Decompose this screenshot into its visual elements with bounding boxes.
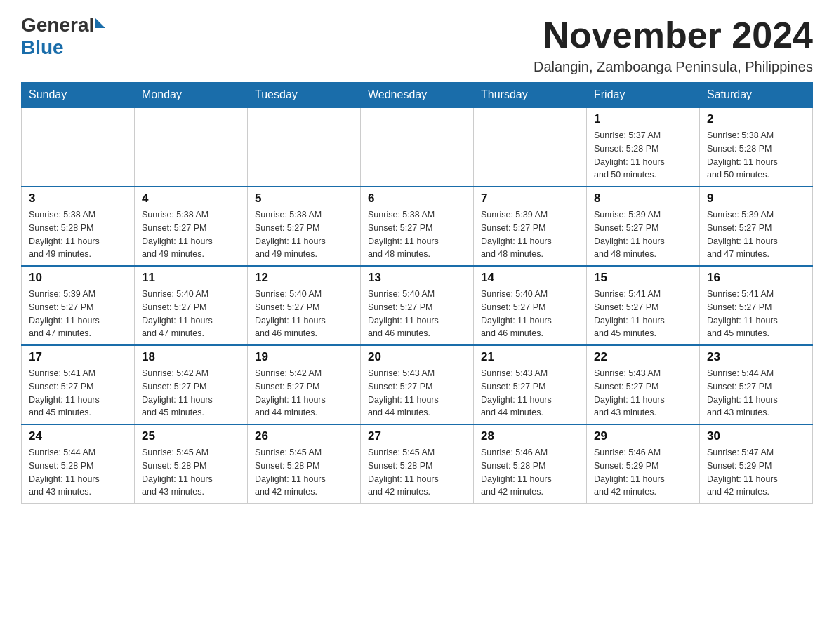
day-info: Sunrise: 5:43 AMSunset: 5:27 PMDaylight:…: [594, 367, 692, 420]
table-row: [22, 107, 135, 187]
table-row: 25Sunrise: 5:45 AMSunset: 5:28 PMDayligh…: [135, 424, 248, 504]
day-info: Sunrise: 5:41 AMSunset: 5:27 PMDaylight:…: [594, 288, 692, 340]
logo: General Blue: [21, 14, 105, 59]
table-row: 22Sunrise: 5:43 AMSunset: 5:27 PMDayligh…: [587, 345, 700, 424]
week-row-3: 10Sunrise: 5:39 AMSunset: 5:27 PMDayligh…: [22, 266, 813, 345]
table-row: 6Sunrise: 5:38 AMSunset: 5:27 PMDaylight…: [361, 187, 474, 266]
day-info: Sunrise: 5:44 AMSunset: 5:28 PMDaylight:…: [29, 446, 127, 499]
table-row: 4Sunrise: 5:38 AMSunset: 5:27 PMDaylight…: [135, 187, 248, 266]
table-row: [248, 107, 361, 187]
month-title: November 2024: [534, 14, 813, 56]
day-info: Sunrise: 5:45 AMSunset: 5:28 PMDaylight:…: [142, 446, 240, 499]
table-row: 27Sunrise: 5:45 AMSunset: 5:28 PMDayligh…: [361, 424, 474, 504]
day-number: 29: [594, 429, 692, 443]
day-info: Sunrise: 5:44 AMSunset: 5:27 PMDaylight:…: [707, 367, 805, 420]
day-number: 21: [481, 350, 579, 364]
day-info: Sunrise: 5:37 AMSunset: 5:28 PMDaylight:…: [594, 129, 692, 182]
day-info: Sunrise: 5:40 AMSunset: 5:27 PMDaylight:…: [368, 288, 466, 340]
day-number: 24: [29, 429, 127, 443]
day-info: Sunrise: 5:38 AMSunset: 5:27 PMDaylight:…: [368, 208, 466, 261]
day-number: 6: [368, 192, 466, 206]
day-info: Sunrise: 5:39 AMSunset: 5:27 PMDaylight:…: [594, 208, 692, 261]
table-row: [135, 107, 248, 187]
day-number: 12: [255, 271, 353, 285]
day-info: Sunrise: 5:39 AMSunset: 5:27 PMDaylight:…: [707, 208, 805, 261]
day-number: 15: [594, 271, 692, 285]
table-row: 23Sunrise: 5:44 AMSunset: 5:27 PMDayligh…: [700, 345, 813, 424]
table-row: 1Sunrise: 5:37 AMSunset: 5:28 PMDaylight…: [587, 107, 700, 187]
day-number: 7: [481, 192, 579, 206]
table-row: 29Sunrise: 5:46 AMSunset: 5:29 PMDayligh…: [587, 424, 700, 504]
day-number: 19: [255, 350, 353, 364]
day-number: 26: [255, 429, 353, 443]
calendar-header-row: Sunday Monday Tuesday Wednesday Thursday…: [22, 83, 813, 108]
day-info: Sunrise: 5:45 AMSunset: 5:28 PMDaylight:…: [255, 446, 353, 499]
week-row-4: 17Sunrise: 5:41 AMSunset: 5:27 PMDayligh…: [22, 345, 813, 424]
day-number: 5: [255, 192, 353, 206]
table-row: 20Sunrise: 5:43 AMSunset: 5:27 PMDayligh…: [361, 345, 474, 424]
col-thursday: Thursday: [474, 83, 587, 108]
logo-triangle-icon: [95, 18, 105, 28]
day-number: 17: [29, 350, 127, 364]
day-info: Sunrise: 5:47 AMSunset: 5:29 PMDaylight:…: [707, 446, 805, 499]
calendar-table: Sunday Monday Tuesday Wednesday Thursday…: [21, 82, 813, 504]
col-saturday: Saturday: [700, 83, 813, 108]
day-info: Sunrise: 5:41 AMSunset: 5:27 PMDaylight:…: [707, 288, 805, 340]
col-monday: Monday: [135, 83, 248, 108]
col-tuesday: Tuesday: [248, 83, 361, 108]
day-number: 8: [594, 192, 692, 206]
day-info: Sunrise: 5:43 AMSunset: 5:27 PMDaylight:…: [481, 367, 579, 420]
day-number: 25: [142, 429, 240, 443]
day-number: 20: [368, 350, 466, 364]
day-number: 28: [481, 429, 579, 443]
table-row: 15Sunrise: 5:41 AMSunset: 5:27 PMDayligh…: [587, 266, 700, 345]
day-info: Sunrise: 5:38 AMSunset: 5:28 PMDaylight:…: [707, 129, 805, 182]
day-info: Sunrise: 5:40 AMSunset: 5:27 PMDaylight:…: [142, 288, 240, 340]
table-row: 13Sunrise: 5:40 AMSunset: 5:27 PMDayligh…: [361, 266, 474, 345]
table-row: 14Sunrise: 5:40 AMSunset: 5:27 PMDayligh…: [474, 266, 587, 345]
title-section: November 2024 Dalangin, Zamboanga Penins…: [534, 14, 813, 75]
week-row-2: 3Sunrise: 5:38 AMSunset: 5:28 PMDaylight…: [22, 187, 813, 266]
table-row: 3Sunrise: 5:38 AMSunset: 5:28 PMDaylight…: [22, 187, 135, 266]
day-info: Sunrise: 5:38 AMSunset: 5:28 PMDaylight:…: [29, 208, 127, 261]
table-row: 21Sunrise: 5:43 AMSunset: 5:27 PMDayligh…: [474, 345, 587, 424]
logo-general-text: General: [21, 14, 94, 36]
day-number: 18: [142, 350, 240, 364]
table-row: 30Sunrise: 5:47 AMSunset: 5:29 PMDayligh…: [700, 424, 813, 504]
table-row: 11Sunrise: 5:40 AMSunset: 5:27 PMDayligh…: [135, 266, 248, 345]
table-row: 2Sunrise: 5:38 AMSunset: 5:28 PMDaylight…: [700, 107, 813, 187]
day-info: Sunrise: 5:42 AMSunset: 5:27 PMDaylight:…: [142, 367, 240, 420]
table-row: 24Sunrise: 5:44 AMSunset: 5:28 PMDayligh…: [22, 424, 135, 504]
day-info: Sunrise: 5:46 AMSunset: 5:28 PMDaylight:…: [481, 446, 579, 499]
day-number: 16: [707, 271, 805, 285]
day-info: Sunrise: 5:41 AMSunset: 5:27 PMDaylight:…: [29, 367, 127, 420]
table-row: [361, 107, 474, 187]
day-number: 14: [481, 271, 579, 285]
day-number: 13: [368, 271, 466, 285]
table-row: 7Sunrise: 5:39 AMSunset: 5:27 PMDaylight…: [474, 187, 587, 266]
location-subtitle: Dalangin, Zamboanga Peninsula, Philippin…: [534, 59, 813, 75]
table-row: 17Sunrise: 5:41 AMSunset: 5:27 PMDayligh…: [22, 345, 135, 424]
day-number: 9: [707, 192, 805, 206]
table-row: [474, 107, 587, 187]
day-info: Sunrise: 5:40 AMSunset: 5:27 PMDaylight:…: [255, 288, 353, 340]
day-number: 30: [707, 429, 805, 443]
table-row: 19Sunrise: 5:42 AMSunset: 5:27 PMDayligh…: [248, 345, 361, 424]
day-info: Sunrise: 5:45 AMSunset: 5:28 PMDaylight:…: [368, 446, 466, 499]
day-number: 2: [707, 112, 805, 126]
day-info: Sunrise: 5:38 AMSunset: 5:27 PMDaylight:…: [255, 208, 353, 261]
col-wednesday: Wednesday: [361, 83, 474, 108]
week-row-5: 24Sunrise: 5:44 AMSunset: 5:28 PMDayligh…: [22, 424, 813, 504]
table-row: 18Sunrise: 5:42 AMSunset: 5:27 PMDayligh…: [135, 345, 248, 424]
col-sunday: Sunday: [22, 83, 135, 108]
day-info: Sunrise: 5:40 AMSunset: 5:27 PMDaylight:…: [481, 288, 579, 340]
day-number: 4: [142, 192, 240, 206]
day-info: Sunrise: 5:43 AMSunset: 5:27 PMDaylight:…: [368, 367, 466, 420]
table-row: 9Sunrise: 5:39 AMSunset: 5:27 PMDaylight…: [700, 187, 813, 266]
day-number: 1: [594, 112, 692, 126]
day-number: 23: [707, 350, 805, 364]
day-number: 3: [29, 192, 127, 206]
table-row: 28Sunrise: 5:46 AMSunset: 5:28 PMDayligh…: [474, 424, 587, 504]
day-info: Sunrise: 5:38 AMSunset: 5:27 PMDaylight:…: [142, 208, 240, 261]
week-row-1: 1Sunrise: 5:37 AMSunset: 5:28 PMDaylight…: [22, 107, 813, 187]
